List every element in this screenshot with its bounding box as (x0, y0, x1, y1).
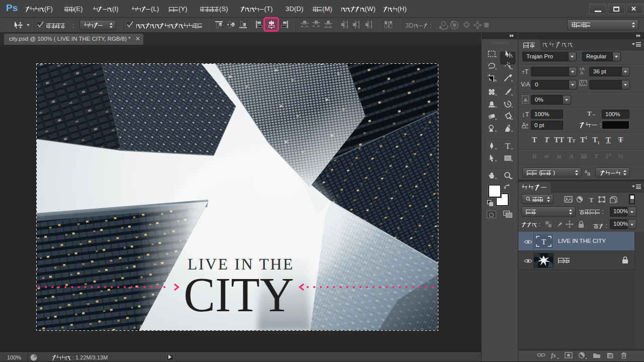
svg-text:T: T (541, 238, 546, 246)
svg-text:T: T (589, 196, 594, 204)
svg-text:fx: fx (551, 352, 556, 359)
svg-text:CITY: CITY (183, 268, 294, 322)
